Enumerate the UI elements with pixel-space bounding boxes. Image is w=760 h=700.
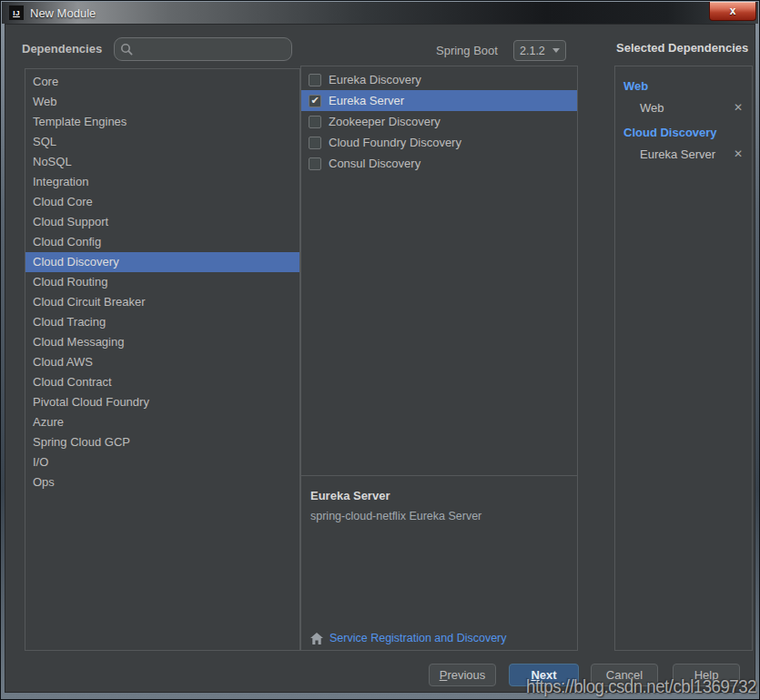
dependency-option[interactable]: ✔Eureka Server xyxy=(301,90,577,111)
search-input[interactable] xyxy=(137,42,286,57)
checkbox-icon[interactable] xyxy=(309,137,321,149)
help-button[interactable]: Help xyxy=(673,664,740,686)
selected-dependency-name: Web xyxy=(640,101,664,115)
reference-link-row[interactable]: Service Registration and Discovery xyxy=(310,632,507,644)
spring-boot-version-value: 2.1.2 xyxy=(520,45,552,57)
category-item[interactable]: Pivotal Cloud Foundry xyxy=(25,392,299,412)
category-item[interactable]: Core xyxy=(25,72,299,92)
next-button-label: Next xyxy=(531,668,556,682)
selected-dependency-name: Eureka Server xyxy=(640,147,715,161)
dependency-option[interactable]: Eureka Discovery xyxy=(301,69,577,90)
category-item[interactable]: Spring Cloud GCP xyxy=(25,432,299,452)
spring-boot-label: Spring Boot xyxy=(436,44,498,57)
category-item[interactable]: Cloud Config xyxy=(25,232,299,252)
dependency-option-label: Eureka Server xyxy=(329,94,404,107)
selected-group-header: Cloud Discovery xyxy=(623,126,745,139)
dependency-panel: Eureka Discovery✔Eureka ServerZookeeper … xyxy=(300,66,578,651)
close-icon: x xyxy=(730,5,736,16)
new-module-dialog: IJ New Module x Dependencies Spring Boot… xyxy=(0,0,760,700)
dependencies-label: Dependencies xyxy=(22,42,102,56)
category-item[interactable]: Cloud Support xyxy=(25,212,299,232)
category-item[interactable]: Web xyxy=(25,92,299,112)
intellij-logo-icon: IJ xyxy=(9,5,24,20)
dependency-title: Eureka Server xyxy=(310,489,568,502)
category-item[interactable]: Cloud Discovery xyxy=(25,252,299,272)
cancel-button-label: Cancel xyxy=(606,668,643,682)
selected-dependencies-header: Selected Dependencies xyxy=(616,41,748,55)
dependency-option-label: Cloud Foundry Discovery xyxy=(329,136,461,149)
dialog-body: Dependencies Spring Boot 2.1.2 Selected … xyxy=(5,24,755,693)
dependency-option[interactable]: Zookeeper Discovery xyxy=(301,111,577,132)
search-box[interactable] xyxy=(114,37,292,61)
checkbox-icon[interactable] xyxy=(309,74,321,86)
category-item[interactable]: SQL xyxy=(25,132,299,152)
category-item[interactable]: Cloud Contract xyxy=(25,372,299,392)
reference-link[interactable]: Service Registration and Discovery xyxy=(329,632,507,644)
search-icon xyxy=(120,43,133,56)
category-item[interactable]: NoSQL xyxy=(25,152,299,172)
previous-button[interactable]: Previous xyxy=(429,664,496,686)
selected-dependency-item: Eureka Server✕ xyxy=(623,143,745,165)
category-item[interactable]: Cloud Core xyxy=(25,192,299,212)
titlebar[interactable]: IJ New Module x xyxy=(2,2,758,24)
dependency-option-label: Consul Discovery xyxy=(329,157,421,170)
checkbox-icon[interactable] xyxy=(309,116,321,128)
category-item[interactable]: Cloud Messaging xyxy=(25,332,299,352)
selected-dependencies-panel: WebWeb✕Cloud DiscoveryEureka Server✕ xyxy=(614,66,753,651)
category-item[interactable]: Integration xyxy=(25,172,299,192)
category-item[interactable]: Cloud AWS xyxy=(25,352,299,372)
help-button-label: Help xyxy=(694,668,719,682)
window-title: New Module xyxy=(30,6,96,20)
close-button[interactable]: x xyxy=(709,2,756,21)
checkbox-checked-icon[interactable]: ✔ xyxy=(309,95,321,107)
dependency-description: spring-cloud-netflix Eureka Server xyxy=(310,510,568,522)
checkbox-icon[interactable] xyxy=(309,157,321,170)
category-list: CoreWebTemplate EnginesSQLNoSQLIntegrati… xyxy=(25,68,300,651)
dependency-option-label: Zookeeper Discovery xyxy=(329,115,441,128)
category-item[interactable]: Template Engines xyxy=(25,112,299,132)
category-item[interactable]: I/O xyxy=(25,452,299,472)
chevron-down-icon xyxy=(552,48,560,53)
category-item[interactable]: Ops xyxy=(25,472,299,492)
home-icon xyxy=(310,633,323,644)
selected-group-header: Web xyxy=(623,79,745,93)
cancel-button[interactable]: Cancel xyxy=(591,664,658,686)
dependency-details: Eureka Server spring-cloud-netflix Eurek… xyxy=(301,477,577,650)
dependency-options-list: Eureka Discovery✔Eureka ServerZookeeper … xyxy=(301,66,577,476)
spring-boot-version-select[interactable]: 2.1.2 xyxy=(513,40,566,61)
dependency-option[interactable]: Consul Discovery xyxy=(301,153,577,174)
category-item[interactable]: Cloud Routing xyxy=(25,272,299,292)
remove-icon[interactable]: ✕ xyxy=(732,147,745,160)
dependency-option[interactable]: Cloud Foundry Discovery xyxy=(301,132,577,153)
category-item[interactable]: Cloud Tracing xyxy=(25,312,299,332)
category-item[interactable]: Cloud Circuit Breaker xyxy=(25,292,299,312)
next-button[interactable]: Next xyxy=(509,664,579,686)
category-item[interactable]: Azure xyxy=(25,412,299,432)
previous-button-label: Previous xyxy=(440,668,486,682)
selected-dependency-item: Web✕ xyxy=(623,96,745,118)
remove-icon[interactable]: ✕ xyxy=(732,101,745,114)
dependency-option-label: Eureka Discovery xyxy=(329,73,421,86)
